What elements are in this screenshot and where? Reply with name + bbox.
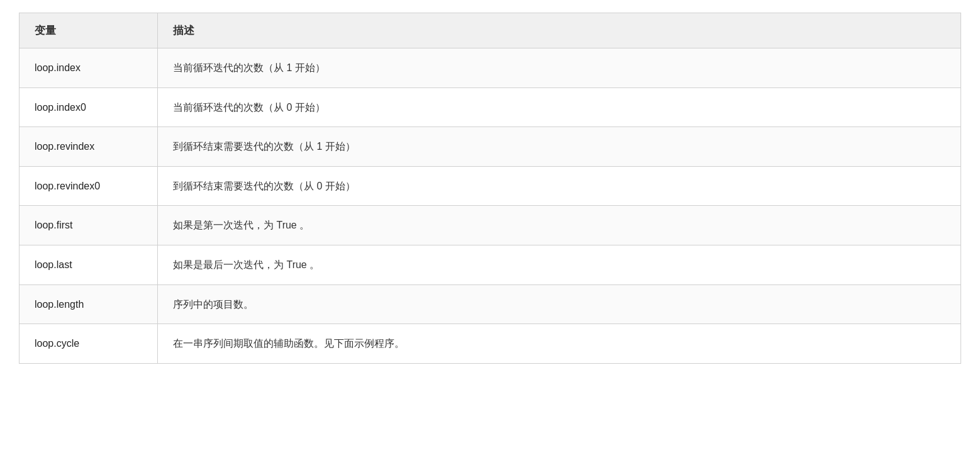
table-row: loop.revindex0到循环结束需要迭代的次数（从 0 开始） — [19, 166, 961, 206]
table-row: loop.cycle在一串序列间期取值的辅助函数。见下面示例程序。 — [19, 324, 961, 364]
cell-description: 到循环结束需要迭代的次数（从 1 开始） — [158, 127, 961, 167]
cell-variable: loop.cycle — [19, 324, 158, 364]
loop-variables-table: 变量 描述 loop.index当前循环迭代的次数（从 1 开始）loop.in… — [19, 13, 961, 364]
cell-description: 当前循环迭代的次数（从 1 开始） — [158, 48, 961, 88]
table-row: loop.last如果是最后一次迭代，为 True 。 — [19, 245, 961, 284]
table-row: loop.index0当前循环迭代的次数（从 0 开始） — [19, 87, 961, 127]
table-header-row: 变量 描述 — [19, 13, 961, 48]
cell-description: 如果是最后一次迭代，为 True 。 — [158, 245, 961, 284]
cell-variable: loop.first — [19, 206, 158, 245]
cell-variable: loop.index0 — [19, 87, 158, 127]
table-row: loop.first如果是第一次迭代，为 True 。 — [19, 206, 961, 245]
main-container: 变量 描述 loop.index当前循环迭代的次数（从 1 开始）loop.in… — [0, 0, 980, 467]
cell-variable: loop.length — [19, 284, 158, 324]
cell-variable: loop.last — [19, 245, 158, 284]
cell-description: 序列中的项目数。 — [158, 284, 961, 324]
table-row: loop.revindex到循环结束需要迭代的次数（从 1 开始） — [19, 127, 961, 167]
cell-description: 在一串序列间期取值的辅助函数。见下面示例程序。 — [158, 324, 961, 364]
table-row: loop.length序列中的项目数。 — [19, 284, 961, 324]
cell-variable: loop.revindex — [19, 127, 158, 167]
column-header-variable: 变量 — [19, 13, 158, 48]
column-header-description: 描述 — [158, 13, 961, 48]
cell-variable: loop.index — [19, 48, 158, 88]
cell-description: 当前循环迭代的次数（从 0 开始） — [158, 87, 961, 127]
cell-description: 如果是第一次迭代，为 True 。 — [158, 206, 961, 245]
cell-variable: loop.revindex0 — [19, 166, 158, 206]
cell-description: 到循环结束需要迭代的次数（从 0 开始） — [158, 166, 961, 206]
table-row: loop.index当前循环迭代的次数（从 1 开始） — [19, 48, 961, 88]
